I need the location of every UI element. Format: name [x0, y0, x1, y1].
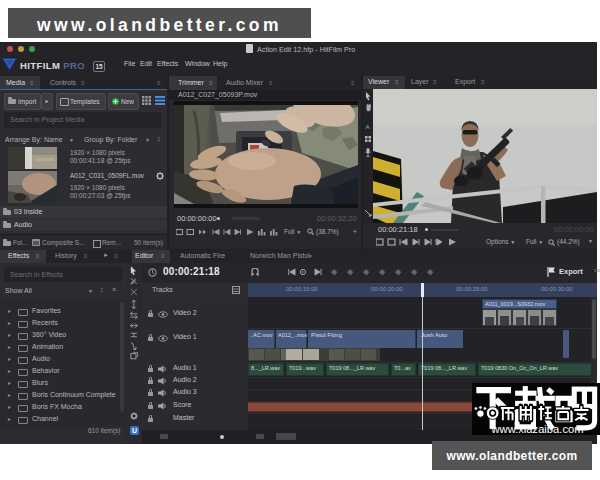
svg-text:www.xiazaiba.com: www.xiazaiba.com: [490, 423, 583, 435]
svg-text:A: A: [366, 124, 370, 130]
